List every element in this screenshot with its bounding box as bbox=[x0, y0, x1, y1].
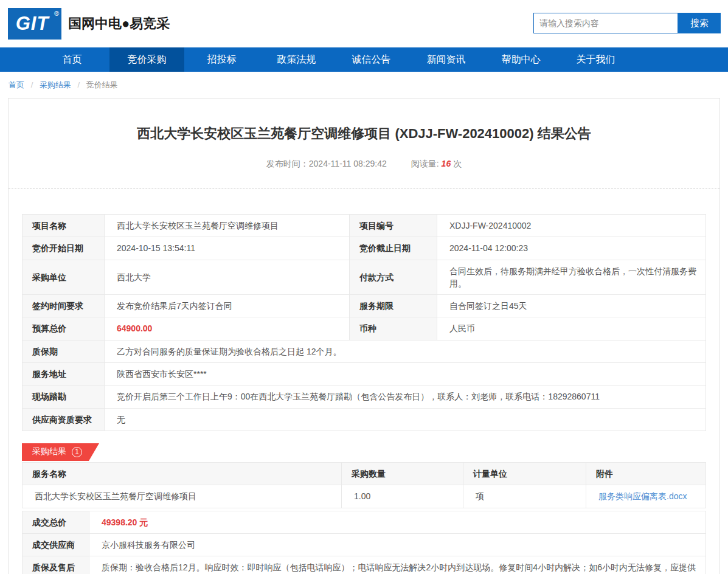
service-period-value: 自合同签订之日45天 bbox=[437, 295, 706, 317]
table-row: 签约时间要求 发布竞价结果后7天内签订合同 服务期限 自合同签订之日45天 bbox=[23, 295, 706, 317]
table-row: 现场踏勘 竞价开启后第三个工作日上午9：00在西北大学玉兰苑餐厅踏勘（包含公告发… bbox=[23, 386, 706, 408]
table-row: 成交供应商 京小服科技服务有限公司 bbox=[23, 533, 706, 556]
breadcrumb-separator: / bbox=[78, 80, 80, 89]
service-name-cell: 西北大学长安校区玉兰苑餐厅空调维修项目 bbox=[23, 485, 342, 508]
publish-time: 发布时间：2024-11-11 08:29:42 bbox=[266, 159, 387, 168]
award-supplier-value: 京小服科技服务有限公司 bbox=[89, 533, 706, 556]
qualification-label: 供应商资质要求 bbox=[23, 408, 105, 431]
table-row: 成交总价 49398.20 元 bbox=[23, 511, 706, 533]
table-row: 竞价开始日期 2024-10-15 13:54:11 竞价截止日期 2024-1… bbox=[23, 237, 706, 260]
award-supplier-label: 成交供应商 bbox=[23, 533, 89, 556]
nav-item-home[interactable]: 首页 bbox=[35, 47, 109, 72]
quantity-header: 采购数量 bbox=[342, 462, 463, 485]
procurement-result-badge: 采购结果 1 bbox=[22, 443, 99, 461]
bid-end-value: 2024-11-04 12:00:23 bbox=[437, 237, 706, 260]
aftersale-value: 质保期：验收合格后12月。响应时效：即时响应（包括电话响应）；电话响应无法解决2… bbox=[89, 556, 706, 574]
breadcrumb: 首页 / 采购结果 / 竞价结果 bbox=[0, 72, 728, 98]
announcement-card: 西北大学长安校区玉兰苑餐厅空调维修项目 (XDJJ-FW-202410002) … bbox=[8, 98, 720, 574]
nav-item-tendering[interactable]: 招投标 bbox=[184, 47, 259, 72]
buyer-value: 西北大学 bbox=[105, 260, 350, 295]
site-header: GIT ® 国网中电●易竞采 搜索 bbox=[0, 0, 728, 47]
table-row: 供应商资质要求 无 bbox=[23, 408, 706, 431]
tables-section: 项目名称 西北大学长安校区玉兰苑餐厅空调维修项目 项目编号 XDJJ-FW-20… bbox=[22, 214, 706, 574]
bid-end-label: 竞价截止日期 bbox=[350, 237, 437, 260]
views-count: 16 bbox=[442, 159, 451, 168]
service-period-label: 服务期限 bbox=[350, 295, 437, 317]
qualification-value: 无 bbox=[105, 408, 706, 431]
breadcrumb-home-link[interactable]: 首页 bbox=[9, 80, 24, 89]
views: 阅读量:16次 bbox=[411, 159, 462, 168]
project-code-label: 项目编号 bbox=[350, 215, 437, 237]
nav-item-news[interactable]: 新闻资讯 bbox=[409, 47, 484, 72]
attachment-header: 附件 bbox=[586, 462, 706, 485]
main-nav: 首页 竞价采购 招投标 政策法规 诚信公告 新闻资讯 帮助中心 关于我们 bbox=[0, 47, 728, 72]
currency-label: 币种 bbox=[350, 317, 437, 340]
warranty-label: 质保期 bbox=[23, 340, 105, 362]
table-row: 质保期 乙方对合同服务的质量保证期为验收合格后之日起 12个月。 bbox=[23, 340, 706, 362]
registered-trademark-icon: ® bbox=[54, 10, 59, 17]
publish-time-label: 发布时间： bbox=[266, 159, 309, 168]
project-code-value: XDJJ-FW-202410002 bbox=[437, 215, 706, 237]
site-logo[interactable]: GIT ® bbox=[8, 8, 61, 40]
logo-text: GIT bbox=[16, 13, 54, 35]
nav-item-about-us[interactable]: 关于我们 bbox=[558, 47, 633, 72]
service-name-header: 服务名称 bbox=[23, 462, 342, 485]
table-row: 项目名称 西北大学长安校区玉兰苑餐厅空调维修项目 项目编号 XDJJ-FW-20… bbox=[23, 215, 706, 237]
quantity-cell: 1.00 bbox=[342, 485, 463, 508]
currency-value: 人民币 bbox=[437, 317, 706, 340]
unit-header: 计量单位 bbox=[463, 462, 586, 485]
breadcrumb-current: 竞价结果 bbox=[86, 80, 118, 89]
search-button[interactable]: 搜索 bbox=[678, 13, 721, 33]
site-survey-label: 现场踏勘 bbox=[23, 386, 105, 408]
award-total-value: 49398.20 元 bbox=[89, 511, 706, 533]
table-row: 采购单位 西北大学 付款方式 合同生效后，待服务期满并经甲方验收合格后，一次性付… bbox=[23, 260, 706, 295]
search-input[interactable] bbox=[533, 13, 678, 33]
publish-time-value: 2024-11-11 08:29:42 bbox=[309, 159, 387, 168]
procurement-result-badge-label: 采购结果 bbox=[32, 446, 66, 457]
nav-item-policies[interactable]: 政策法规 bbox=[259, 47, 334, 72]
table-header-row: 服务名称 采购数量 计量单位 附件 bbox=[23, 462, 706, 485]
views-unit: 次 bbox=[453, 159, 462, 168]
nav-item-bidding-procurement[interactable]: 竞价采购 bbox=[109, 47, 184, 72]
result-count-badge: 1 bbox=[72, 447, 82, 457]
service-address-label: 服务地址 bbox=[23, 363, 105, 386]
breadcrumb-procurement-results-link[interactable]: 采购结果 bbox=[40, 80, 71, 89]
table-row: 服务地址 陕西省西安市长安区**** bbox=[23, 363, 706, 386]
breadcrumb-separator: / bbox=[31, 80, 33, 89]
project-info-table: 项目名称 西北大学长安校区玉兰苑餐厅空调维修项目 项目编号 XDJJ-FW-20… bbox=[22, 214, 706, 431]
result-table: 服务名称 采购数量 计量单位 附件 西北大学长安校区玉兰苑餐厅空调维修项目 1.… bbox=[22, 462, 706, 508]
service-address-value: 陕西省西安市长安区**** bbox=[105, 363, 706, 386]
unit-cell: 项 bbox=[463, 485, 586, 508]
award-total-label: 成交总价 bbox=[23, 511, 89, 533]
views-label: 阅读量: bbox=[411, 159, 439, 168]
table-row: 质保及售后服务 质保期：验收合格后12月。响应时效：即时响应（包括电话响应）；电… bbox=[23, 556, 706, 574]
project-name-value: 西北大学长安校区玉兰苑餐厅空调维修项目 bbox=[105, 215, 350, 237]
budget-value: 64900.00 bbox=[105, 317, 350, 340]
nav-item-integrity-notice[interactable]: 诚信公告 bbox=[334, 47, 409, 72]
award-summary-table: 成交总价 49398.20 元 成交供应商 京小服科技服务有限公司 质保及售后服… bbox=[22, 511, 706, 574]
table-row: 预算总价 64900.00 币种 人民币 bbox=[23, 317, 706, 340]
buyer-label: 采购单位 bbox=[23, 260, 105, 295]
payment-value: 合同生效后，待服务期满并经甲方验收合格后，一次性付清服务费用。 bbox=[437, 260, 706, 295]
budget-label: 预算总价 bbox=[23, 317, 105, 340]
project-name-label: 项目名称 bbox=[23, 215, 105, 237]
brand-title: 国网中电●易竞采 bbox=[68, 15, 170, 33]
search-bar: 搜索 bbox=[533, 13, 721, 33]
table-row: 西北大学长安校区玉兰苑餐厅空调维修项目 1.00 项 服务类响应偏离表.docx bbox=[23, 485, 706, 508]
bid-start-value: 2024-10-15 13:54:11 bbox=[105, 237, 350, 260]
sign-time-value: 发布竞价结果后7天内签订合同 bbox=[105, 295, 350, 317]
warranty-value: 乙方对合同服务的质量保证期为验收合格后之日起 12个月。 bbox=[105, 340, 706, 362]
payment-label: 付款方式 bbox=[350, 260, 437, 295]
attachment-link[interactable]: 服务类响应偏离表.docx bbox=[598, 491, 687, 501]
bid-start-label: 竞价开始日期 bbox=[23, 237, 105, 260]
aftersale-label: 质保及售后服务 bbox=[23, 556, 89, 574]
sign-time-label: 签约时间要求 bbox=[23, 295, 105, 317]
article-meta: 发布时间：2024-11-11 08:29:42阅读量:16次 bbox=[9, 159, 719, 170]
site-survey-value: 竞价开启后第三个工作日上午9：00在西北大学玉兰苑餐厅踏勘（包含公告发布日），联… bbox=[105, 386, 706, 408]
page-title: 西北大学长安校区玉兰苑餐厅空调维修项目 (XDJJ-FW-202410002) … bbox=[9, 99, 719, 143]
dashed-divider bbox=[9, 188, 719, 188]
nav-item-help-center[interactable]: 帮助中心 bbox=[484, 47, 558, 72]
